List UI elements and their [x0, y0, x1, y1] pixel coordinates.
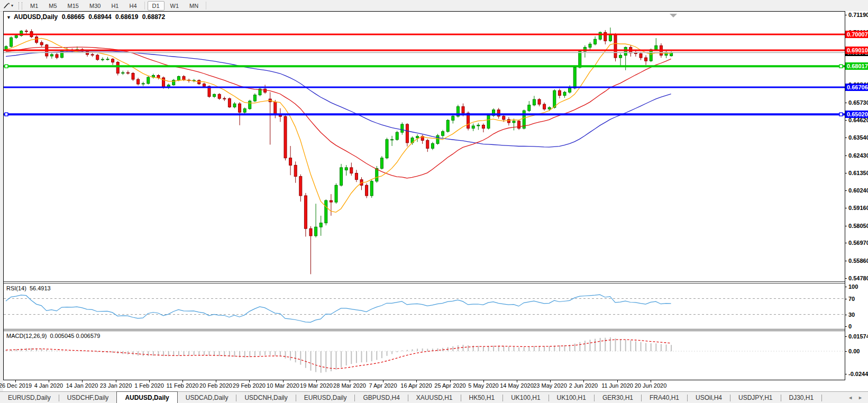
chart-tab-xauusd-h1[interactable]: XAUUSD,H1: [408, 392, 461, 403]
chart-tab-hk50-h1[interactable]: HK50,H1: [461, 392, 503, 403]
macd-tick-label: 0.00: [845, 348, 868, 355]
chart-tab-dj30-h1[interactable]: DJ30,H1: [781, 392, 822, 403]
price-tick-label: 0.59160: [845, 205, 868, 212]
chart-tab-usoil-h4[interactable]: USOil,H4: [688, 392, 730, 403]
toolbar-separator: [144, 2, 145, 10]
quote-open: 0.68665: [62, 13, 85, 21]
chart-edit-icon: [3, 2, 10, 9]
auto-scroll-triangle-icon[interactable]: [670, 14, 677, 17]
date-axis[interactable]: 26 Dec 20194 Jan 202014 Jan 202023 Jan 2…: [3, 381, 845, 391]
date-label: 2 Jun 2020: [569, 382, 598, 389]
quote-high: 0.68944: [88, 13, 111, 21]
price-tick-label: 0.60240: [845, 187, 868, 194]
rsi-pane-canvas[interactable]: [4, 283, 845, 329]
price-tick-label: 0.56970: [845, 240, 868, 246]
chart-menu-triangle-icon[interactable]: ▼: [6, 15, 11, 20]
chart-tab-usdjpy-h1[interactable]: USDJPY,H1: [730, 392, 780, 403]
sma-fast-line: [6, 38, 671, 212]
timeframe-button-m1[interactable]: M1: [25, 1, 43, 11]
date-label: 11 Feb 2020: [167, 382, 199, 389]
macd-pane-canvas[interactable]: [4, 331, 845, 380]
chart-tab-usdchf-daily[interactable]: USDCHF,Daily: [59, 392, 117, 403]
date-label: 16 Apr 2020: [400, 382, 432, 389]
chart-tab-bar: EURUSD,DailyUSDCHF,DailyAUDUSD,DailyUSDC…: [0, 391, 868, 403]
chart-tab-ger30-h1[interactable]: GER30,H1: [595, 392, 641, 403]
price-tick-label: 0.62430: [845, 152, 868, 159]
rsi-tick-label: 100: [845, 283, 868, 290]
rsi-name: RSI(14): [6, 285, 26, 291]
price-chart-canvas[interactable]: [4, 12, 845, 281]
chart-window: ▼AUDUSD,Daily 0.68665 0.68944 0.68619 0.…: [3, 11, 868, 391]
chart-tab-gbpusd-h4[interactable]: GBPUSD,H4: [355, 392, 407, 403]
chart-tool-button[interactable]: ▾: [1, 2, 15, 10]
price-tick-label: 0.61350: [845, 170, 868, 177]
toolbar-separator: [206, 2, 206, 10]
timeframe-button-h1[interactable]: H1: [106, 1, 123, 11]
chart-tab-uk100-h1[interactable]: UK100,H1: [503, 392, 548, 403]
rsi-value: 56.4913: [30, 285, 51, 291]
chart-tab-uk100-h1[interactable]: UK100,H1: [549, 392, 594, 403]
chart-tab-audusd-daily[interactable]: AUDUSD,Daily: [116, 391, 177, 403]
timeframe-button-m15[interactable]: M15: [63, 1, 84, 11]
tab-scroll-left-icon[interactable]: ◄: [848, 395, 853, 400]
tab-scroll-right-icon[interactable]: ►: [858, 395, 863, 400]
macd-signal-line: [6, 340, 671, 369]
price-line-tag[interactable]: 0.69010: [845, 47, 868, 54]
price-line-tag[interactable]: 0.70007: [845, 31, 868, 38]
rsi-tick-label: 70: [845, 296, 868, 303]
price-tick-label: 0.63540: [845, 134, 868, 141]
date-label: 28 Mar 2020: [333, 382, 366, 389]
rsi-tick-label: 0: [845, 323, 868, 330]
tab-scroll-arrows: ◄►: [843, 392, 868, 403]
macd-histogram-group: [6, 337, 672, 373]
price-line-tag[interactable]: 0.68017: [845, 62, 868, 70]
date-label: 20 Jun 2020: [635, 382, 667, 389]
chart-tab-usdcad-daily[interactable]: USDCAD,Daily: [178, 392, 236, 403]
date-label: 19 Mar 2020: [300, 382, 333, 389]
horizontal-lines-group: [4, 34, 845, 116]
macd-indicator-label: MACD(12,26,9)0.005045 0.006579: [6, 333, 100, 339]
date-label: 4 Jan 2020: [34, 382, 63, 389]
timeframe-button-w1[interactable]: W1: [166, 1, 184, 11]
date-label: 25 Apr 2020: [434, 382, 465, 389]
date-label: 14 Jan 2020: [66, 382, 98, 389]
price-line-tag[interactable]: 0.65020: [845, 111, 868, 118]
price-tick-label: 0.58050: [845, 223, 868, 230]
quote-low: 0.68619: [115, 13, 138, 21]
chart-plot-area: ▼AUDUSD,Daily 0.68665 0.68944 0.68619 0.…: [3, 11, 845, 380]
rsi-tick-label: 30: [845, 312, 868, 318]
price-tick-label: 0.71190: [845, 12, 868, 19]
toolbar-grip[interactable]: [19, 2, 22, 10]
macd-signal-value: 0.006579: [76, 333, 100, 339]
macd-tick-label: 0.015741: [845, 333, 868, 340]
timeframe-button-h4[interactable]: H4: [124, 1, 141, 11]
price-axis[interactable]: 0.711900.701100.690300.679200.668400.657…: [845, 11, 868, 380]
chart-symbol-label: AUDUSD,Daily: [14, 13, 58, 21]
chart-tab-eurusd-daily[interactable]: EURUSD,Daily: [0, 392, 59, 403]
date-label: 14 May 2020: [500, 382, 534, 389]
rsi-indicator-label: RSI(14)56.4913: [6, 285, 51, 291]
date-label: 26 Dec 2019: [0, 382, 32, 389]
chart-tab-eurusd-daily[interactable]: EURUSD,Daily: [296, 392, 355, 403]
chart-toolbar: ▾ M1M5M15M30H1H4D1W1MN: [0, 0, 868, 12]
timeframe-button-m5[interactable]: M5: [44, 1, 61, 11]
price-line-tag[interactable]: 0.66706: [845, 84, 868, 91]
price-tick-label: 0.65730: [845, 99, 868, 106]
date-label: 23 Jan 2020: [100, 382, 132, 389]
price-tick-label: 0.55860: [845, 258, 868, 264]
date-label: 11 Jun 2020: [601, 382, 633, 389]
date-label: 1 Feb 2020: [134, 382, 164, 389]
price-tick-label: 0.54780: [845, 275, 868, 282]
macd-main-value: 0.005045: [50, 333, 74, 339]
macd-tick-label: -0.024412: [845, 371, 868, 378]
timeframe-button-d1[interactable]: D1: [148, 1, 165, 11]
chart-tab-usdcnh-daily[interactable]: USDCNH,Daily: [236, 392, 295, 403]
timeframe-button-mn[interactable]: MN: [185, 1, 203, 11]
timeframe-button-m30[interactable]: M30: [85, 1, 105, 11]
chart-tab-fra40-h1[interactable]: FRA40,H1: [642, 392, 687, 403]
date-label: 7 Apr 2020: [369, 382, 397, 389]
macd-name: MACD(12,26,9): [6, 333, 47, 339]
date-label: 23 May 2020: [533, 382, 567, 389]
date-label: 10 Mar 2020: [267, 382, 299, 389]
chart-title: ▼AUDUSD,Daily 0.68665 0.68944 0.68619 0.…: [6, 13, 167, 21]
